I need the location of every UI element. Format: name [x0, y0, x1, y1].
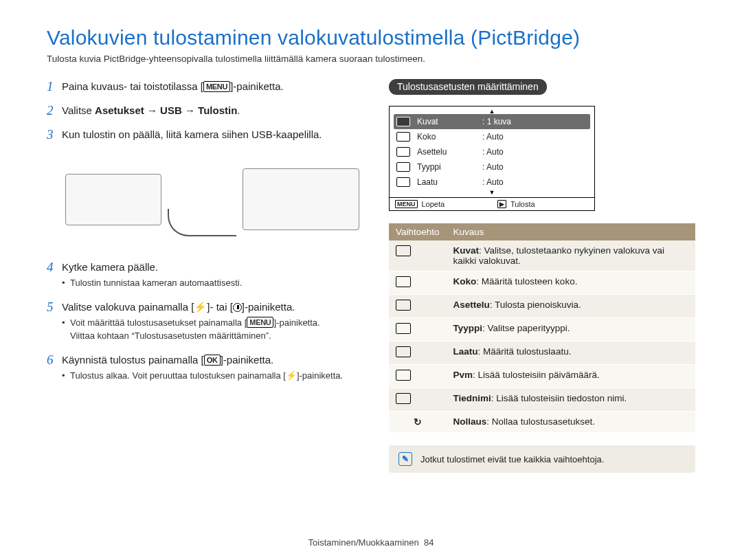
steps-list: 1 Paina kuvaus- tai toistotilassa [MENU]… — [47, 79, 363, 382]
bullet-text: -painiketta. — [276, 317, 320, 328]
menu-key-icon: MENU — [395, 200, 418, 208]
note-text: Jotkut tulostimet eivät tue kaikkia vaih… — [420, 454, 604, 464]
bullet-text: Voit määrittää tulostusasetukset painama… — [70, 317, 242, 328]
layout-icon — [396, 300, 411, 311]
images-icon — [396, 117, 410, 126]
usb-cable-icon — [168, 209, 236, 236]
lcd-value: : Auto — [482, 147, 504, 157]
layout-icon — [396, 147, 410, 157]
camera-printer-illustration — [62, 148, 363, 250]
scroll-up-arrow-icon: ▲ — [390, 109, 594, 114]
flash-icon: ⚡ — [286, 370, 297, 381]
step-bullet: Tulostus alkaa. Voit peruuttaa tulostuks… — [62, 370, 363, 383]
lcd-label: Koko — [417, 132, 482, 142]
step-text: Kytke kamera päälle. — [62, 261, 158, 273]
filename-icon — [396, 393, 411, 404]
lcd-row: Kuvat : 1 kuva — [394, 114, 590, 129]
quality-icon — [396, 346, 411, 357]
option-term: Nollaus — [453, 416, 487, 427]
lcd-label: Laatu — [417, 177, 482, 187]
table-row: ↻Nollaus: Nollaa tulostusasetukset. — [389, 412, 695, 433]
option-desc: : Määritä tulostuslaatu. — [478, 346, 572, 357]
step-bold-path: Asetukset → USB → Tulostin — [95, 104, 237, 116]
ok-button-label: OK — [204, 355, 221, 366]
lcd-label: Kuvat — [417, 117, 482, 126]
lcd-value: : Auto — [482, 177, 504, 187]
bullet-text: Tulostus alkaa. Voit peruuttaa tulostuks… — [70, 370, 281, 381]
step-bullet: Voit määrittää tulostusasetukset painama… — [62, 317, 363, 343]
step-text: Valitse — [62, 104, 95, 116]
date-icon — [396, 370, 411, 381]
table-row: Asettelu: Tulosta pienoiskuvia. — [389, 295, 695, 318]
lcd-preview: ▲ Kuvat : 1 kuva Koko : Auto Asettelu : … — [389, 106, 595, 211]
step-6: 6 Käynnistä tulostus painamalla [OK]-pai… — [47, 352, 363, 383]
option-term: Asettelu — [453, 300, 490, 310]
footer-page-number: 84 — [424, 537, 434, 548]
images-icon — [396, 245, 411, 256]
step-text: Kun tulostin on päällä, liitä kamera sii… — [62, 128, 322, 140]
lcd-row: Tyyppi : Auto — [390, 159, 594, 175]
lcd-row: Koko : Auto — [390, 129, 594, 144]
scroll-down-arrow-icon: ▼ — [390, 190, 594, 195]
step-text: ]- tai [ — [207, 301, 233, 313]
info-icon: ✎ — [398, 452, 412, 466]
option-desc: : Nollaa tulostusasetukset. — [486, 416, 595, 427]
timer-icon — [233, 303, 242, 312]
table-row: Kuvat: Valitse, tulostetaanko nykyinen v… — [389, 240, 695, 271]
option-desc: : Lisää tulosteisiin päivämäärä. — [473, 370, 600, 380]
menu-button-label: MENU — [203, 81, 230, 92]
play-key-icon: ▶ — [497, 200, 506, 208]
camera-icon — [65, 174, 161, 225]
step-number: 3 — [47, 126, 54, 144]
option-desc: : Valitse, tulostetaanko nykyinen valoku… — [453, 245, 664, 266]
step-text: Paina kuvaus- tai toistotilassa [ — [62, 80, 203, 92]
step-bullet: Tulostin tunnistaa kameran automaattises… — [62, 277, 363, 290]
lcd-footer-right: ▶Tulosta — [492, 198, 594, 210]
step-text: Käynnistä tulostus painamalla [ — [62, 354, 204, 366]
reset-icon: ↻ — [414, 417, 422, 427]
type-icon — [396, 323, 411, 334]
table-row: Laatu: Määritä tulostuslaatu. — [389, 341, 695, 365]
step-3: 3 Kun tulostin on päällä, liitä kamera s… — [47, 127, 363, 250]
right-column: Tulostusasetusten määrittäminen ▲ Kuvat … — [389, 79, 695, 473]
settings-heading: Tulostusasetusten määrittäminen — [389, 79, 547, 95]
option-term: Koko — [453, 276, 477, 287]
option-term: Laatu — [453, 346, 478, 357]
step-number: 5 — [47, 298, 54, 317]
table-header-option: Vaihtoehto — [389, 223, 447, 240]
footer-section: Toistaminen/Muokkaaminen — [308, 537, 419, 548]
option-term: Tyyppi — [453, 323, 483, 333]
step-number: 6 — [47, 351, 54, 370]
table-row: Koko: Määritä tulosteen koko. — [389, 271, 695, 295]
page-subtitle: Tulosta kuvia PictBridge-yhteensopivalla… — [47, 54, 695, 64]
step-4: 4 Kytke kamera päälle. Tulostin tunnista… — [47, 260, 363, 290]
lcd-value: : Auto — [482, 132, 504, 142]
option-term: Tiednimi — [453, 393, 491, 403]
table-row: Tyyppi: Valitse paperityyppi. — [389, 318, 695, 341]
step-2: 2 Valitse Asetukset → USB → Tulostin. — [47, 103, 363, 117]
step-5: 5 Valitse valokuva painamalla [⚡]- tai [… — [47, 300, 363, 343]
printer-icon — [243, 168, 359, 230]
lcd-value: : 1 kuva — [482, 117, 511, 126]
step-number: 4 — [47, 258, 54, 277]
bullet-text: -painiketta. — [300, 370, 344, 381]
options-table: Vaihtoehto Kuvaus Kuvat: Valitse, tulost… — [389, 223, 695, 433]
step-number: 2 — [47, 102, 54, 120]
lcd-label: Tyyppi — [417, 162, 482, 172]
lcd-footer-label: Tulosta — [510, 200, 535, 208]
option-desc: : Lisää tulosteisiin tiedoston nimi. — [491, 393, 627, 403]
option-term: Kuvat — [453, 245, 480, 256]
lcd-row: Laatu : Auto — [390, 175, 594, 190]
left-column: 1 Paina kuvaus- tai toistotilassa [MENU]… — [47, 79, 363, 473]
step-text: Valitse valokuva painamalla [ — [62, 301, 194, 313]
step-text: . — [237, 104, 240, 116]
table-row: Tiednimi: Lisää tulosteisiin tiedoston n… — [389, 388, 695, 412]
step-text: ]-painiketta. — [221, 354, 274, 366]
bullet-text: Viittaa kohtaan “Tulostusasetusten määri… — [70, 331, 271, 341]
menu-button-label: MENU — [247, 317, 273, 328]
quality-icon — [396, 177, 410, 187]
option-desc: : Valitse paperityyppi. — [482, 323, 570, 333]
option-term: Pvm — [453, 370, 473, 380]
step-text: ]-painiketta. — [242, 301, 295, 313]
step-text: ]-painiketta. — [230, 80, 284, 92]
